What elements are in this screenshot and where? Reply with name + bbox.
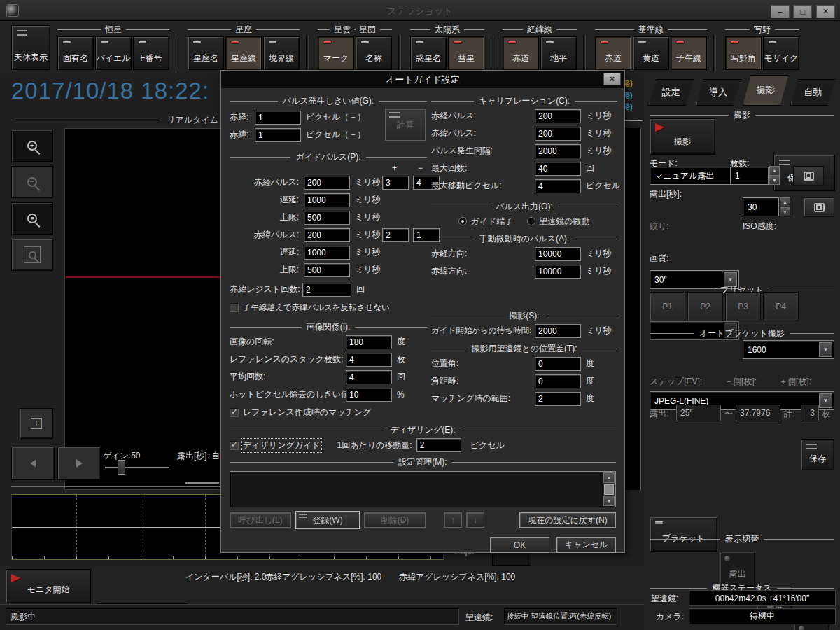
exposure-spinner[interactable]: ▲▼ (780, 197, 790, 216)
toggle-name[interactable]: 名称 (356, 36, 392, 70)
telescope-motion-radio[interactable] (527, 217, 536, 225)
maximize-button[interactable]: □ (793, 5, 812, 18)
cal-dec-pulse-input[interactable] (535, 127, 581, 141)
toggle-ecliptic-line[interactable]: 黄道 (633, 36, 669, 70)
dithering-checkbox[interactable] (230, 441, 239, 450)
dialog-title-bar[interactable]: オートガイド設定 × (221, 71, 624, 88)
toggle-boundary-lines[interactable]: 境界線 (263, 36, 300, 70)
cancel-button[interactable]: キャンセル (556, 537, 616, 553)
ra-pulse-input[interactable] (304, 176, 350, 190)
exposure-slider[interactable] (186, 475, 219, 491)
count-reset-button[interactable] (793, 166, 824, 186)
reference-stack-input[interactable] (346, 353, 392, 367)
cal-ra-pulse-input[interactable] (535, 109, 581, 123)
toggle-mark[interactable]: マーク (318, 36, 354, 70)
tab-capture[interactable]: 撮影 (743, 75, 789, 106)
spin-up-icon[interactable]: ▲ (769, 166, 780, 176)
image-rotation-input[interactable] (346, 335, 392, 349)
iso-select[interactable]: 1600▼ (743, 340, 834, 359)
guide-port-radio[interactable] (458, 217, 467, 225)
spin-up-icon[interactable]: ▲ (780, 197, 790, 207)
dec-pulse-plus-input[interactable] (382, 228, 409, 242)
telescope-motion-option[interactable]: 望遠鏡の微動 (527, 216, 589, 227)
dropdown-arrow-icon[interactable]: ▼ (819, 393, 832, 408)
dither-move-input[interactable] (416, 438, 461, 452)
shoot-button[interactable]: 撮影 (650, 118, 715, 155)
next-frame-button[interactable] (57, 447, 101, 480)
cal-max-count-input[interactable] (535, 162, 581, 176)
minimize-button[interactable]: – (771, 5, 790, 18)
toggle-equator-line[interactable]: 赤道 (595, 36, 631, 70)
guide-wait-input[interactable] (535, 324, 581, 338)
restore-current-settings-button[interactable]: 現在の設定に戻す(N) (519, 512, 616, 528)
angular-distance-input[interactable] (535, 374, 581, 388)
manual-dec-input[interactable] (535, 265, 581, 279)
exposure-spin-input[interactable]: 30 (743, 197, 779, 216)
dec-limit-input[interactable] (304, 263, 350, 277)
toggle-constellation-name[interactable]: 星座名 (188, 36, 224, 70)
meridian-checkbox[interactable] (230, 303, 239, 312)
toggle-planet-names[interactable]: 惑星名 (410, 36, 447, 70)
previous-frame-button[interactable] (11, 447, 55, 480)
scroll-up-icon[interactable]: ▲ (603, 472, 615, 483)
zoom-region-button[interactable] (11, 239, 53, 271)
dialog-close-button[interactable]: × (603, 73, 621, 85)
count-input[interactable]: 1 (730, 167, 769, 185)
zoom-actual-size-button[interactable]: ■ (11, 202, 53, 234)
celestial-display-button[interactable]: 天体表示 (11, 25, 50, 70)
dec-threshold-input[interactable] (255, 128, 301, 142)
ra-delay-input[interactable] (304, 193, 350, 207)
count-spinner[interactable]: ▲▼ (769, 166, 780, 185)
list-scrollbar[interactable]: ▲ ▼ (603, 472, 615, 506)
reference-matching-checkbox[interactable] (230, 408, 239, 417)
close-button[interactable]: ✕ (816, 5, 835, 18)
dropdown-arrow-icon[interactable]: ▼ (819, 342, 832, 357)
dithering-checkbox-label[interactable]: ディザリングガイド (243, 440, 321, 451)
register-setting-button[interactable]: 登録(W) (295, 511, 360, 529)
spin-down-icon[interactable]: ▼ (769, 176, 780, 186)
toggle-comets[interactable]: 彗星 (448, 36, 484, 70)
toggle-f-number[interactable]: F番号 (133, 36, 169, 70)
gain-slider[interactable] (105, 460, 169, 475)
spin-down-icon[interactable]: ▼ (780, 207, 790, 217)
mode-value[interactable]: マニュアル露出 (650, 167, 741, 185)
tab-auto[interactable]: 自動 (790, 79, 836, 106)
manual-ra-input[interactable] (535, 247, 581, 261)
crosshair-add-button[interactable]: + (20, 408, 53, 439)
dec-pulse-input[interactable] (304, 228, 350, 242)
meridian-flip-option[interactable]: 子午線越えで赤緯パルスを反転させない (230, 300, 427, 314)
dec-resist-input[interactable] (302, 283, 351, 297)
scrollbar-thumb[interactable] (604, 484, 614, 495)
toggle-meridian-line[interactable]: 子午線 (671, 36, 707, 70)
ra-pulse-plus-input[interactable] (382, 176, 409, 190)
preset-save-button[interactable]: 保存 (801, 439, 834, 470)
exposure-reset-button[interactable] (804, 197, 834, 217)
toggle-fov-angle[interactable]: 写野角 (725, 36, 762, 70)
ok-button[interactable]: OK (490, 537, 550, 553)
scroll-down-icon[interactable]: ▼ (603, 496, 615, 506)
dec-delay-input[interactable] (304, 246, 350, 260)
position-angle-input[interactable] (535, 357, 581, 371)
zoom-out-button[interactable]: − (11, 166, 53, 198)
reference-matching-option[interactable]: レファレンス作成時のマッチング (230, 405, 427, 419)
preset-p2-button[interactable]: P2 (687, 292, 723, 321)
preset-p4-button[interactable]: P4 (763, 292, 799, 321)
toggle-proper-names[interactable]: 固有名 (57, 36, 94, 70)
gain-slider-thumb[interactable] (118, 460, 125, 475)
tab-settings[interactable]: 設定 (648, 79, 694, 106)
preset-p1-button[interactable]: P1 (650, 292, 685, 321)
matching-range-input[interactable] (535, 392, 581, 406)
preset-p3-button[interactable]: P3 (725, 292, 761, 321)
monitor-start-button[interactable]: モニタ開始 (6, 569, 91, 603)
hot-pixel-threshold-input[interactable] (346, 388, 392, 402)
toggle-bayer[interactable]: バイエル (95, 36, 132, 70)
guide-port-option[interactable]: ガイド端子 (458, 216, 513, 227)
toggle-horizon-grid[interactable]: 地平 (540, 36, 577, 70)
cal-max-move-input[interactable] (535, 179, 581, 193)
zoom-in-button[interactable]: + (11, 130, 53, 162)
average-count-input[interactable] (346, 370, 392, 384)
toggle-equator-grid[interactable]: 赤道 (503, 36, 539, 70)
settings-list[interactable]: ▲ ▼ (230, 471, 616, 507)
ra-threshold-input[interactable] (255, 111, 301, 125)
toggle-mosaic[interactable]: モザイク (763, 36, 799, 70)
